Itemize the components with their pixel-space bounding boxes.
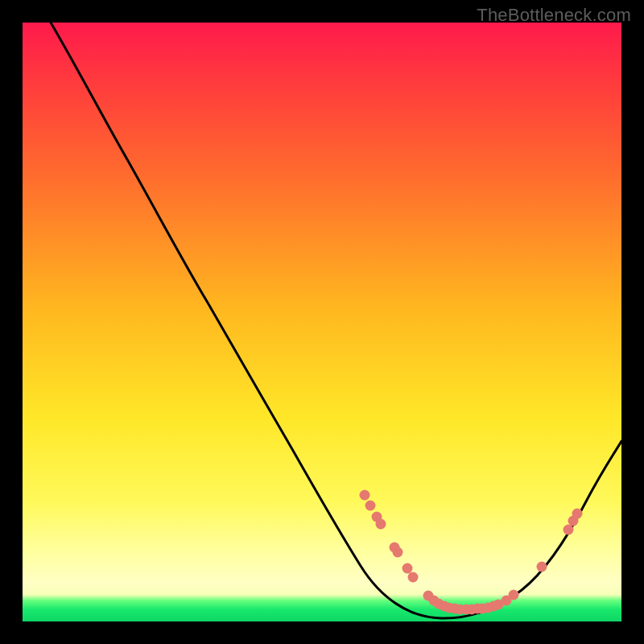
curve-marker — [537, 562, 547, 572]
curve-marker — [572, 509, 583, 519]
curve-marker — [376, 519, 386, 530]
plot-area — [23, 23, 621, 621]
curve-marker — [393, 547, 403, 558]
curve-marker — [360, 490, 370, 501]
curve-marker — [564, 525, 574, 535]
chart-svg — [23, 23, 621, 621]
chart-frame: TheBottleneck.com — [0, 0, 644, 644]
curve-marker — [365, 501, 376, 511]
bottleneck-curve — [51, 23, 621, 618]
curve-marker — [402, 564, 413, 574]
curve-marker — [408, 572, 419, 583]
marker-group — [360, 490, 583, 615]
curve-marker — [509, 590, 519, 601]
